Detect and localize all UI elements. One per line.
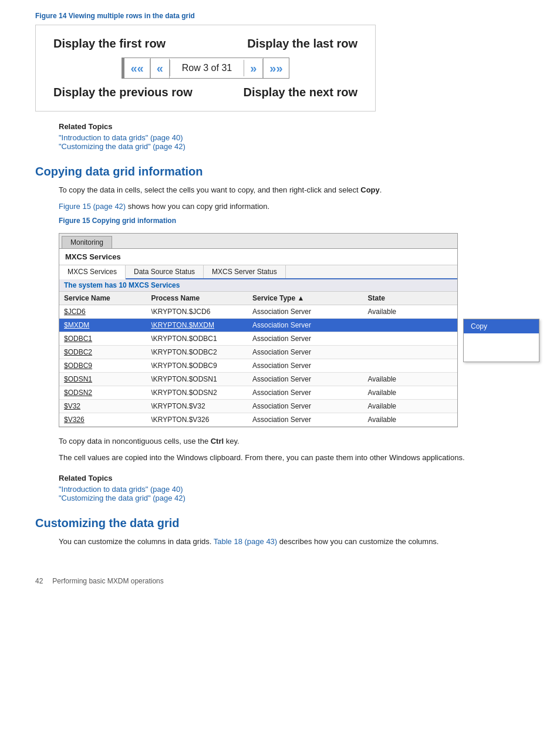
page-footer: 42 Performing basic MXDM operations [35, 577, 525, 585]
copy-section-heading: Copying data grid information [35, 165, 525, 178]
related-link-1b[interactable]: "Customizing the data grid" (page 42) [59, 142, 525, 151]
service-name-cell: $ODBC1 [59, 332, 146, 345]
state-cell: Available [363, 413, 457, 426]
state-cell: Available [363, 386, 457, 399]
figure15-link[interactable]: Figure 15 (page 42) [59, 202, 126, 211]
table-row[interactable]: $MXDM\KRYPTON.$MXDMAssociation ServerCop… [59, 319, 457, 332]
copy-body1-suffix: . [380, 185, 382, 194]
prev-row-label: Display the previous row [53, 86, 193, 99]
grid-rows: $JCD6\KRYPTON.$JCD6Association ServerAva… [59, 305, 457, 427]
process-name-cell: \KRYPTON.$JCD6 [146, 305, 248, 318]
service-name-cell: $ODBC9 [59, 359, 146, 372]
service-type-cell: Association Server [248, 413, 363, 426]
grid-subtabs: MXCS Services Data Source Status MXCS Se… [59, 265, 457, 279]
service-type-cell: Association Server [248, 319, 363, 332]
first-row-button[interactable]: «« [124, 59, 150, 78]
service-type-cell: Association Server [248, 373, 363, 386]
state-cell [363, 332, 457, 345]
last-row-label: Display the last row [247, 37, 357, 50]
subtab-mxcs-services[interactable]: MXCS Services [59, 265, 126, 279]
context-menu-hide-grid-lines[interactable]: Hide Grid Lines [464, 347, 539, 362]
state-cell [363, 346, 457, 359]
context-menu-row-details[interactable]: Row Details [464, 333, 539, 347]
customize-body1-prefix: You can customize the columns in data gr… [59, 537, 214, 546]
subtab-data-source[interactable]: Data Source Status [126, 265, 204, 278]
process-name-cell: \KRYPTON.$ODBC2 [146, 346, 248, 359]
context-menu: CopyRow DetailsHide Grid Lines [463, 319, 539, 362]
table-row[interactable]: $V32\KRYPTON.$V32Association ServerAvail… [59, 400, 457, 413]
next-row-label: Display the next row [244, 86, 358, 99]
service-name-cell: $JCD6 [59, 305, 146, 318]
col-header-state: State [363, 292, 457, 305]
process-name-cell: \KRYPTON.$ODBC1 [146, 332, 248, 345]
grid-title: MXCS Services [59, 249, 457, 265]
table-row[interactable]: $ODBC9\KRYPTON.$ODBC9Association Server [59, 359, 457, 373]
copy-noncontiguous-suffix: key. [224, 437, 239, 445]
grid-column-headers: Service Name Process Name Service Type ▲… [59, 292, 457, 305]
state-cell: Available [363, 305, 457, 318]
page-number: 42 [35, 577, 43, 585]
first-row-label: Display the first row [53, 37, 166, 50]
row-indicator: Row 3 of 31 [170, 60, 244, 76]
ctrl-bold: Ctrl [211, 437, 224, 445]
process-name-cell: \KRYPTON.$MXDM [146, 319, 248, 332]
figure15-grid: Monitoring MXCS Services MXCS Services D… [59, 233, 458, 427]
service-type-cell: Association Server [248, 386, 363, 399]
related-link-2a[interactable]: "Introduction to data grids" (page 40) [59, 485, 525, 494]
state-cell: Available [363, 373, 457, 386]
process-name-cell: \KRYPTON.$ODSN1 [146, 373, 248, 386]
nav-bottom-labels: Display the previous row Display the nex… [53, 86, 357, 99]
table-row[interactable]: $V326\KRYPTON.$V326Association ServerAva… [59, 413, 457, 427]
grid-system-message: The system has 10 MXCS Services [59, 279, 457, 292]
related-link-1a[interactable]: "Introduction to data grids" (page 40) [59, 133, 525, 142]
customize-section-heading: Customizing the data grid [35, 517, 525, 530]
related-topics-1: Related Topics "Introduction to data gri… [59, 122, 525, 151]
service-name-cell: $V326 [59, 413, 146, 426]
figure15-caption: Figure 15 Copying grid information [59, 217, 525, 225]
nav-controls[interactable]: «« « Row 3 of 31 » »» [122, 58, 289, 79]
prev-row-button[interactable]: « [151, 59, 170, 78]
service-name-cell: $ODSN2 [59, 386, 146, 399]
related-link-2b[interactable]: "Customizing the data grid" (page 42) [59, 494, 525, 502]
copy-noncontiguous: To copy data in noncontiguous cells, use… [59, 436, 525, 447]
service-name-cell: $MXDM [59, 319, 146, 332]
service-type-cell: Association Server [248, 332, 363, 345]
col-header-process-name: Process Name [146, 292, 248, 305]
process-name-cell: \KRYPTON.$V32 [146, 400, 248, 413]
service-name-cell: $V32 [59, 400, 146, 413]
grid-tab-bar: Monitoring [59, 234, 457, 249]
copy-body1: To copy the data in cells, select the ce… [59, 184, 525, 196]
process-name-cell: \KRYPTON.$ODBC9 [146, 359, 248, 372]
context-menu-copy[interactable]: Copy [464, 319, 539, 333]
figure14-diagram: Display the first row Display the last r… [35, 25, 376, 112]
col-header-service-type: Service Type ▲ [248, 292, 363, 305]
table-row[interactable]: $ODBC1\KRYPTON.$ODBC1Association Server [59, 332, 457, 346]
monitoring-tab[interactable]: Monitoring [62, 236, 112, 248]
process-name-cell: \KRYPTON.$V326 [146, 413, 248, 426]
copy-noncontiguous-prefix: To copy data in noncontiguous cells, use… [59, 437, 211, 445]
customize-body1-suffix: describes how you can customize the colu… [277, 537, 438, 546]
next-row-button[interactable]: » [244, 59, 263, 78]
table18-link[interactable]: Table 18 (page 43) [214, 537, 277, 546]
copy-body2-suffix: shows how you can copy grid information. [126, 202, 269, 211]
related-topics-1-title: Related Topics [59, 122, 525, 131]
state-cell: Available [363, 400, 457, 413]
nav-top-labels: Display the first row Display the last r… [53, 37, 357, 50]
customize-body1: You can customize the columns in data gr… [59, 536, 525, 548]
figure14-caption: Figure 14 Viewing multiple rows in the d… [35, 12, 525, 20]
footer-text: Performing basic MXDM operations [52, 577, 163, 585]
state-cell [363, 319, 457, 332]
related-topics-2: Related Topics "Introduction to data gri… [59, 474, 525, 502]
table-row[interactable]: $ODSN1\KRYPTON.$ODSN1Association ServerA… [59, 373, 457, 386]
service-type-cell: Association Server [248, 400, 363, 413]
process-name-cell: \KRYPTON.$ODSN2 [146, 386, 248, 399]
table-row[interactable]: $ODSN2\KRYPTON.$ODSN2Association ServerA… [59, 386, 457, 400]
table-row[interactable]: $ODBC2\KRYPTON.$ODBC2Association Server [59, 346, 457, 359]
copy-clipboard-text: The cell values are copied into the Wind… [59, 452, 525, 464]
copy-bold: Copy [360, 185, 380, 194]
subtab-mxcs-server[interactable]: MXCS Server Status [204, 265, 286, 278]
state-cell [363, 359, 457, 372]
table-row[interactable]: $JCD6\KRYPTON.$JCD6Association ServerAva… [59, 305, 457, 319]
service-type-cell: Association Server [248, 346, 363, 359]
last-row-button[interactable]: »» [264, 59, 288, 78]
